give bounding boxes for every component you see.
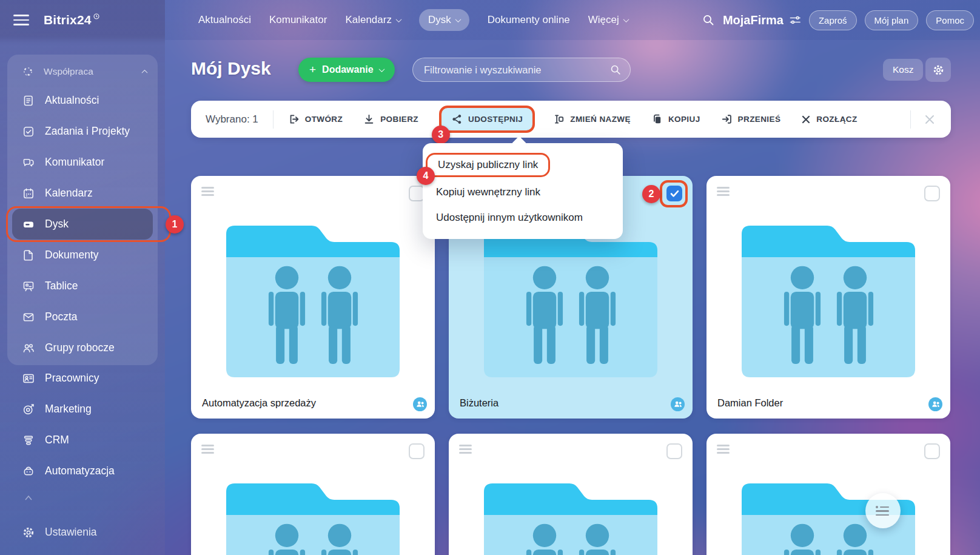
action-move[interactable]: PRZENIEŚ <box>721 113 781 125</box>
messenger-icon <box>22 156 35 169</box>
collaboration-icon <box>22 66 34 78</box>
menu-item-internal-link[interactable]: Kopiuj wewnętrzny link <box>423 180 623 205</box>
folder-checkbox[interactable] <box>924 186 940 201</box>
automation-icon <box>22 465 35 478</box>
sidebar-item-dysk[interactable]: 1 Dysk <box>12 209 153 240</box>
action-share[interactable]: UDOSTĘPNIJ 3 <box>439 106 535 133</box>
sidebar-item-kalendarz[interactable]: Kalendarz <box>12 178 153 209</box>
nav-dysk-active[interactable]: Dysk <box>419 9 469 31</box>
marketing-icon <box>22 403 35 416</box>
workgroups-icon <box>22 341 35 355</box>
sidebar-item-aktualnosci[interactable]: Aktualności <box>12 85 153 116</box>
check-icon <box>670 190 679 198</box>
folder-card-row2-2[interactable] <box>449 434 693 555</box>
nav-wiecej[interactable]: Więcej <box>588 14 628 26</box>
boards-icon <box>22 280 35 293</box>
folder-card-damian-folder[interactable]: Damian Folder <box>706 176 950 419</box>
hidden-item-icon <box>22 489 35 502</box>
list-view-float-button[interactable] <box>865 493 901 528</box>
action-open[interactable]: OTWÓRZ <box>288 113 343 125</box>
sidebar-item-crm[interactable]: CRM <box>12 425 153 456</box>
help-button[interactable]: Pomoc <box>926 10 974 30</box>
my-plan-button[interactable]: Mój plan <box>865 10 919 30</box>
drive-icon <box>22 218 35 231</box>
settings-icon <box>22 526 35 539</box>
sliders-icon[interactable] <box>789 14 801 26</box>
folder-checkbox[interactable] <box>924 443 940 459</box>
folder-checkbox[interactable] <box>409 443 425 459</box>
calendar-icon <box>22 187 35 200</box>
action-download[interactable]: POBIERZ <box>363 113 418 125</box>
sidebar-item-dokumenty[interactable]: Dokumenty <box>12 240 153 271</box>
drag-handle-icon[interactable] <box>717 187 730 196</box>
sidebar-item-komunikator[interactable]: Komunikator <box>12 147 153 178</box>
filter-search-input[interactable] <box>424 64 609 76</box>
search-icon[interactable] <box>609 64 622 76</box>
page-settings-button[interactable] <box>925 58 951 82</box>
topbar: Bitrix24 Aktualności Komunikator Kalenda… <box>0 0 980 40</box>
folder-card-automatyzacja-sprzedazy[interactable]: Automatyzacja sprzedaży <box>191 176 435 419</box>
action-detach[interactable]: ROZŁĄCZ <box>801 115 857 124</box>
search-icon[interactable] <box>702 13 715 27</box>
divider <box>910 110 911 129</box>
close-toolbar-icon[interactable] <box>923 113 936 126</box>
sidebar-item-ustawienia[interactable]: Ustawienia <box>12 517 153 548</box>
sidebar-item-zadania[interactable]: Zadania i Projekty <box>12 116 153 147</box>
sidebar-item-tablice[interactable]: Tablice <box>12 271 153 301</box>
nav-dokumenty-online[interactable]: Dokumenty online <box>488 14 570 26</box>
drag-handle-icon[interactable] <box>459 445 472 454</box>
employees-icon <box>22 372 35 385</box>
folder-name: Damian Folder <box>717 397 783 409</box>
move-icon <box>721 113 733 125</box>
folder-checkbox-checked[interactable] <box>666 186 682 201</box>
menu-item-share-users[interactable]: Udostępnij innym użytkownikom <box>423 205 623 230</box>
app-logo[interactable]: Bitrix24 <box>44 13 99 27</box>
drag-handle-icon[interactable] <box>201 187 214 196</box>
shared-folder-badge <box>413 397 427 411</box>
selection-toolbar: Wybrano: 1 OTWÓRZ POBIERZ UDOSTĘPNIJ 3 Z… <box>191 101 951 138</box>
invite-button[interactable]: Zaproś <box>809 10 857 30</box>
sidebar-group-wspolpraca: Współpraca Aktualności Zadania i Projekt… <box>7 55 158 365</box>
sidebar-footer: Ustawienia <box>7 517 158 548</box>
folder-name: Biżuteria <box>460 397 498 409</box>
rename-icon <box>553 113 565 125</box>
folder-name: Automatyzacja sprzedaży <box>202 397 316 409</box>
bitrix24-drive-screen: Bitrix24 Aktualności Komunikator Kalenda… <box>0 0 980 555</box>
chevron-down-icon <box>395 16 401 22</box>
main-menu-icon[interactable] <box>13 15 29 25</box>
sidebar-item-grupy-robocze[interactable]: Grupy robocze <box>12 332 153 363</box>
sidebar-item-marketing[interactable]: Marketing <box>12 394 153 425</box>
portal-name[interactable]: MojaFirma <box>723 13 801 27</box>
drag-handle-icon[interactable] <box>201 445 214 454</box>
nav-komunikator[interactable]: Komunikator <box>269 14 327 26</box>
action-copy[interactable]: KOPIUJ <box>651 113 700 125</box>
chevron-down-icon <box>623 16 629 22</box>
folder-icon <box>484 226 657 380</box>
step-badge-3: 3 <box>432 126 450 144</box>
sidebar-group-header[interactable]: Współpraca <box>12 58 153 85</box>
action-rename[interactable]: ZMIEŃ NAZWĘ <box>553 113 631 125</box>
step-badge-4: 4 <box>417 167 435 185</box>
sidebar-item-poczta[interactable]: Poczta <box>12 301 153 332</box>
add-button[interactable]: + Dodawanie <box>298 58 395 82</box>
annotation-outline-4: Uzyskaj publiczny link 4 <box>426 153 550 177</box>
top-navigation: Aktualności Komunikator Kalendarz Dysk D… <box>198 0 628 40</box>
folder-card-row2-3[interactable] <box>706 434 950 555</box>
chevron-down-icon <box>378 66 384 72</box>
sidebar-item-partial[interactable] <box>12 486 153 505</box>
sidebar-item-pracownicy[interactable]: Pracownicy <box>12 363 153 394</box>
logo-clock-icon <box>93 13 99 19</box>
chevron-down-icon <box>455 16 461 22</box>
sidebar: Współpraca Aktualności Zadania i Projekt… <box>0 0 165 555</box>
nav-kalendarz[interactable]: Kalendarz <box>345 14 401 26</box>
tasks-icon <box>22 125 35 138</box>
filter-search-box[interactable] <box>412 58 631 82</box>
folder-checkbox[interactable] <box>666 443 682 459</box>
trash-button[interactable]: Kosz <box>883 59 923 81</box>
drag-handle-icon[interactable] <box>717 445 730 454</box>
menu-item-public-link[interactable]: Uzyskaj publiczny link 4 <box>423 150 623 180</box>
folder-card-row2-1[interactable] <box>191 434 435 555</box>
sidebar-item-automatyzacja[interactable]: Automatyzacja <box>12 456 153 486</box>
folder-icon <box>742 226 915 380</box>
nav-aktualnosci[interactable]: Aktualności <box>198 14 251 26</box>
